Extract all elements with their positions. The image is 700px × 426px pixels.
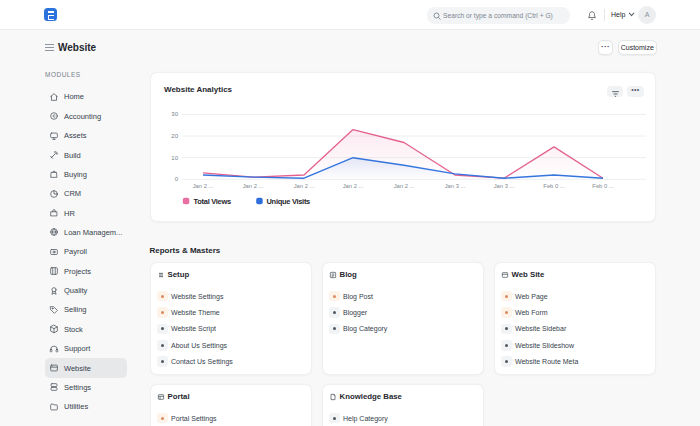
svg-text:10: 10 xyxy=(171,155,178,161)
svg-text:Jan 3 ...: Jan 3 ... xyxy=(494,183,515,189)
svg-text:Feb 0 ...: Feb 0 ... xyxy=(592,183,614,189)
svg-text:Jan 2 ...: Jan 2 ... xyxy=(193,183,214,189)
svg-text:0: 0 xyxy=(175,176,179,182)
svg-text:Jan 2 ...: Jan 2 ... xyxy=(394,183,415,189)
svg-text:Jan 2 ...: Jan 2 ... xyxy=(243,183,264,189)
svg-text:Jan 2 ...: Jan 2 ... xyxy=(294,183,315,189)
svg-text:20: 20 xyxy=(171,133,178,139)
svg-text:Feb 0 ...: Feb 0 ... xyxy=(543,183,565,189)
svg-text:Unique Visits: Unique Visits xyxy=(267,197,311,206)
svg-text:Jan 2 ...: Jan 2 ... xyxy=(343,183,364,189)
svg-text:Total Views: Total Views xyxy=(194,197,231,206)
svg-text:30: 30 xyxy=(171,111,178,117)
svg-text:Jan 3 ...: Jan 3 ... xyxy=(445,183,466,189)
